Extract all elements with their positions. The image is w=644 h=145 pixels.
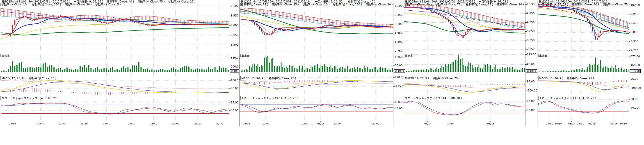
volume-bar [130,69,131,72]
volume-bar [16,65,18,72]
volume-bar [339,68,340,72]
time-axis-label: 03/16 [487,122,494,125]
volume-bar [366,68,366,72]
chart-canvas[interactable] [538,0,644,126]
chart-panel-15min[interactable]: 日経225mini 11/06( 15分, 2011/03/08 - 2011/… [239,0,403,126]
volume-bar [223,68,224,72]
volume-bar [463,65,464,72]
volume-bar [306,68,306,72]
volume-bar [561,70,562,72]
volume-bar [178,70,179,72]
chart-panel-5min[interactable]: 日経225mini 11/06( 5分, 2011/03/11 - 2011/0… [0,0,240,126]
volume-bar [618,68,619,72]
volume-bar [112,67,113,72]
volume-bar [612,66,612,72]
volume-bar [1,71,2,72]
volume-bar [376,67,376,72]
candle-body [597,38,598,40]
time-axis-label: 03/16 [610,122,618,125]
candle-body [452,24,452,27]
candle-body [485,29,486,30]
macd-axis-label: 50.00 [231,87,238,90]
candle-body [40,17,42,17]
volume-bar [202,69,202,72]
volume-bar [552,71,552,72]
multi-chart-workspace: 日経225mini 11/06( 5分, 2011/03/11 - 2011/0… [0,0,644,145]
macd-axis-label: 95.00 [630,77,638,80]
volume-bar [592,65,593,72]
candle-body [32,20,33,21]
chart-panel-60min[interactable]: 日経225mini 11/06( 60分, 2011/03/08 - 2011/… [537,0,644,126]
candle-body [350,26,351,27]
price-axis-label: 8,850 [527,30,534,33]
volume-bar [558,71,559,72]
volume-bar [246,69,247,72]
candle-body [579,14,580,15]
volume-bar [359,68,360,72]
volume-bar [389,69,390,72]
volume-bar [284,68,285,72]
volume-bar [414,70,416,72]
volume-bar [457,60,458,72]
panel-header-line2: 一目均衡表( 9, 26, 52 ) 移動平均( Close, 40 ) 移動平… [539,3,642,6]
volume-bar [52,65,52,72]
macd-section-label: MACD( 12, 26, 9 ) 移動平均( Close, 75 ) [539,77,594,80]
volume-section-label: 出来高 [241,54,250,57]
macd-axis-label: -160.00 [527,89,537,92]
volume-bar [266,57,266,72]
price-axis-label: 7,750 [395,50,402,52]
volume-bar [208,67,209,72]
volume-bar [269,63,270,72]
volume-bar [608,68,609,72]
volume-bar [259,67,260,72]
volume-bar [272,58,273,72]
volume-bar [204,70,205,72]
volume-bar [21,62,22,72]
volume-bar [169,70,170,72]
candle-body [269,35,270,35]
volume-bar [560,71,561,72]
volume-bar [40,67,42,72]
volume-bar [294,68,295,72]
candle-body [145,24,146,25]
chart-canvas[interactable] [403,0,538,126]
time-axis-label: 12:00 [262,122,270,125]
volume-bar [548,72,549,72]
volume-bar [119,70,120,72]
volume-bar [344,68,345,72]
panel-header-line2: 移動平均( Close, 40 ) 移動平均( Close, 75 ) 移動平均… [404,3,536,6]
time-axis-label: 20:00 [301,122,308,125]
volume-bar [248,70,248,72]
volume-bar [296,68,296,72]
volume-bar [195,69,196,72]
candle-body [448,20,449,22]
stochastics-section-label: スロー・ストキャスティクス( 14, 3, 80, 20 ) [539,97,596,100]
volume-bar [584,70,585,72]
candle-body [272,31,273,33]
volume-bar [32,68,33,72]
volume-bar [421,70,422,72]
panel-header-line2: 移動平均( Close, 10 ) 移動平均( Close, 150 ) 移動平… [1,3,236,6]
volume-bar [576,69,577,72]
chart-canvas[interactable] [240,0,403,126]
candle-body [446,19,448,20]
candle-body [445,18,446,19]
price-axis-label: 9,350 [527,21,534,24]
volume-bar [374,67,374,72]
volume-bar [544,71,544,72]
volume-bar [316,65,316,72]
volume-bar [600,60,601,72]
volume-bar [264,58,265,72]
volume-bar [364,66,364,72]
candle-body [576,12,577,13]
volume-bar [271,59,272,72]
time-axis-label: 20:00 [172,122,179,125]
time-axis-label: 03/15 [588,122,596,125]
chart-canvas[interactable] [0,0,240,126]
volume-bar [586,69,586,72]
volume-bar [14,66,15,72]
volume-bar [460,59,461,72]
volume-bar [420,70,420,72]
volume-bar [268,56,268,72]
chart-panel-30min[interactable]: 日経225mini 11/06( 30分, 2011/03/08 - 2011/… [403,0,538,126]
